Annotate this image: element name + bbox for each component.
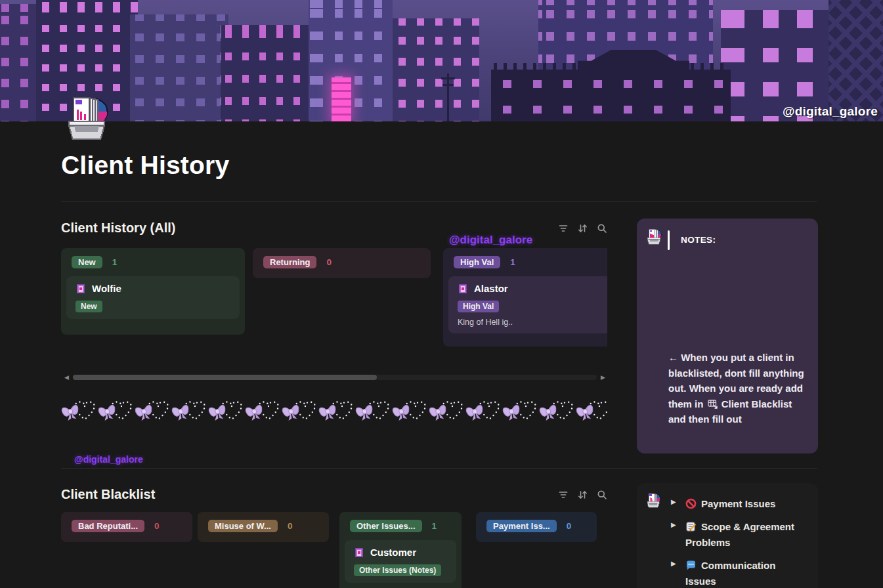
board-column-highval: High Val 1 Alastor High Val King of Hell…	[443, 248, 607, 346]
column-header[interactable]: Returning 0	[253, 248, 431, 276]
toggle-triangle-icon[interactable]: ▶	[671, 497, 676, 507]
card-title: Wolfie	[92, 283, 121, 294]
card-alastor[interactable]: Alastor High Val King of Hell ig..	[448, 276, 607, 333]
column-header[interactable]: Misuse of W... 0	[198, 512, 329, 540]
history-section-title: Client History (All)	[61, 220, 175, 236]
panel-pixel-icon	[645, 492, 661, 508]
bow-icon	[98, 392, 135, 428]
bow-icon	[318, 392, 355, 428]
toggle-item-communication[interactable]: ▶Communication Issues	[685, 558, 798, 588]
bow-icon	[539, 392, 576, 428]
blacklist-section-header: Client Blacklist	[61, 487, 607, 502]
column-status-badge[interactable]: High Val	[454, 256, 500, 268]
table-link-icon	[708, 399, 718, 409]
bow-icon	[171, 392, 208, 428]
bow-icon	[465, 392, 502, 428]
column-count: 1	[432, 521, 437, 531]
bow-icon	[429, 392, 465, 428]
bow-icon	[245, 392, 282, 428]
divider-watermark: @digital_galore	[74, 454, 143, 465]
notes-divider-bar	[668, 230, 670, 250]
toggle-triangle-icon[interactable]: ▶	[671, 558, 676, 569]
file-icon	[354, 547, 364, 558]
card-tag: High Val	[458, 301, 499, 312]
sort-icon[interactable]	[577, 223, 588, 234]
card-title-row: Alastor	[458, 283, 607, 294]
filter-icon[interactable]	[558, 490, 569, 500]
memo-icon	[685, 521, 697, 532]
speech-balloon-icon	[685, 560, 697, 571]
card-title: Customer	[370, 547, 416, 558]
search-icon[interactable]	[597, 223, 607, 234]
toggle-item-payment-issues[interactable]: ▶Payment Issues	[685, 496, 798, 512]
callout-pixel-icon	[645, 228, 662, 245]
column-status-badge[interactable]: Misuse of W...	[208, 520, 278, 532]
banner-building	[393, 18, 479, 121]
board-column-new: New 1 Wolfie New	[61, 248, 245, 335]
file-icon	[458, 284, 468, 294]
bow-icon	[576, 392, 607, 428]
bow-icon	[61, 392, 98, 428]
board-column-payment-issues: Payment Iss... 0	[476, 512, 597, 542]
card-title-row: Customer	[354, 547, 447, 558]
toggle-item-scope-agreement[interactable]: ▶Scope & Agreement Problems	[685, 519, 798, 551]
banner-building	[221, 25, 316, 121]
horizontal-scrollbar[interactable]: ◀ ▶	[64, 373, 605, 382]
issues-panel: ▶Payment Issues ▶Scope & Agreement Probl…	[637, 483, 818, 588]
blacklist-section-title: Client Blacklist	[61, 487, 155, 502]
page-pixel-icon[interactable]	[63, 93, 110, 140]
client-blacklist-board: Bad Reputati... 0 Misuse of W... 0 Other…	[61, 512, 611, 588]
column-status-badge[interactable]: Bad Reputati...	[72, 520, 144, 532]
sort-icon[interactable]	[577, 490, 588, 500]
banner-antenna	[447, 74, 449, 121]
banner-foreground-building	[491, 70, 731, 121]
history-toolbar	[558, 223, 607, 234]
notes-label: NOTES:	[681, 235, 716, 245]
column-status-badge[interactable]: New	[72, 256, 102, 268]
scrollbar-track[interactable]	[73, 375, 597, 380]
filter-icon[interactable]	[558, 223, 569, 234]
banner-antenna-bar	[442, 84, 454, 86]
client-history-board: New 1 Wolfie New Returning 0 High Val 1 …	[61, 248, 607, 348]
column-header[interactable]: High Val 1	[443, 248, 607, 276]
notes-callout: NOTES: ← When you put a client in blackl…	[637, 219, 818, 453]
column-header[interactable]: Bad Reputati... 0	[61, 512, 192, 540]
toggle-triangle-icon[interactable]: ▶	[671, 520, 676, 530]
banner-building	[130, 14, 228, 121]
banner-watermark: @digital_galore	[783, 104, 878, 119]
board-watermark: @digital_galore	[449, 234, 532, 247]
board-column-other-issues: Other Issues... 1 Customer Other Issues …	[339, 512, 462, 588]
column-count: 1	[112, 257, 118, 267]
card-tag: New	[75, 301, 102, 312]
column-status-badge[interactable]: Payment Iss...	[486, 520, 557, 532]
column-status-badge[interactable]: Returning	[263, 256, 316, 268]
column-header[interactable]: New 1	[61, 248, 245, 276]
page-title: Client History	[61, 151, 229, 180]
scroll-right-arrow[interactable]: ▶	[601, 373, 605, 382]
column-header[interactable]: Payment Iss... 0	[476, 512, 597, 540]
search-icon[interactable]	[597, 490, 607, 500]
board-column-misuse: Misuse of W... 0	[198, 512, 329, 542]
bow-icon	[392, 392, 429, 428]
board-column-returning: Returning 0	[253, 248, 431, 278]
banner-neon-sign	[332, 77, 351, 121]
file-icon	[75, 284, 86, 294]
notes-text-after: and then fill out	[668, 413, 742, 425]
notes-body: ← When you put a client in blacklisted, …	[668, 350, 809, 427]
card-wolfie[interactable]: Wolfie New	[66, 276, 240, 319]
database-mention[interactable]: Client Blacklist	[706, 398, 792, 410]
banner-antenna-bar	[441, 77, 455, 79]
card-customer[interactable]: Customer Other Issues (Notes)	[345, 540, 456, 583]
bow-icon	[282, 392, 318, 428]
bow-icon	[502, 392, 539, 428]
bow-icon	[208, 392, 245, 428]
bow-icon	[355, 392, 392, 428]
card-description: King of Hell ig..	[458, 318, 607, 327]
scrollbar-thumb[interactable]	[73, 375, 377, 380]
banner-image: @digital_galore	[0, 0, 883, 121]
column-count: 0	[326, 257, 332, 267]
column-status-badge[interactable]: Other Issues...	[350, 520, 422, 532]
scroll-left-arrow[interactable]: ◀	[64, 373, 69, 382]
column-header[interactable]: Other Issues... 1	[339, 512, 462, 540]
board-column-bad-reputation: Bad Reputati... 0	[61, 512, 192, 542]
